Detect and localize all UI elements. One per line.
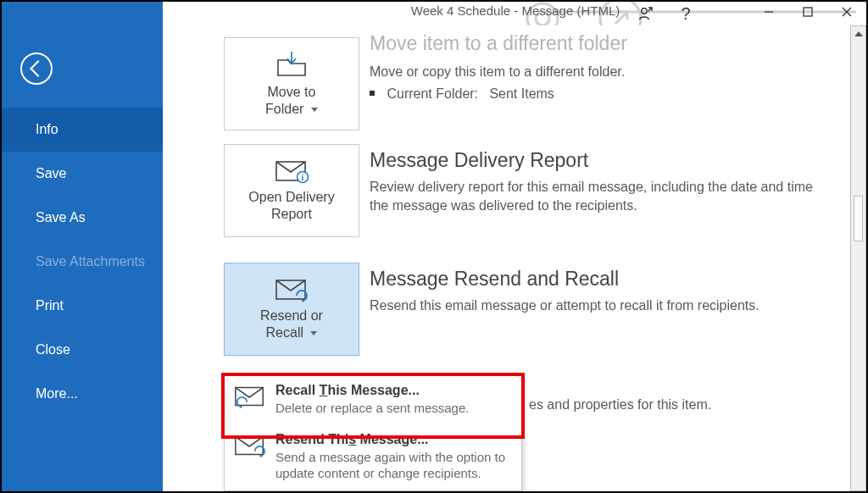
tile-label: Open Delivery Report bbox=[248, 189, 334, 223]
move-title-cut: Move item to a different folder bbox=[370, 32, 627, 55]
sidebar-label: Save As bbox=[36, 210, 86, 225]
tile-label: Move to Folder bbox=[265, 84, 318, 118]
sidebar-label: More... bbox=[36, 386, 78, 402]
sidebar-label: Save Attachments bbox=[36, 254, 145, 269]
sidebar-label: Save bbox=[36, 166, 66, 181]
user-icon[interactable] bbox=[626, 2, 665, 25]
svg-text:i: i bbox=[302, 173, 304, 182]
sidebar-label: Print bbox=[36, 298, 64, 313]
delivery-desc: Review delivery report for this email me… bbox=[370, 178, 827, 214]
back-button[interactable] bbox=[20, 53, 53, 85]
resend-or-recall-button[interactable]: Resend or Recall bbox=[224, 263, 359, 356]
resend-desc: Resend this email message or attempt to … bbox=[370, 296, 844, 315]
sidebar-item-print[interactable]: Print bbox=[0, 284, 163, 328]
close-button[interactable] bbox=[827, 0, 866, 24]
chevron-down-icon bbox=[310, 331, 317, 335]
properties-desc-partial: es and properties for this item. bbox=[529, 396, 711, 414]
sidebar-label: Close bbox=[36, 342, 70, 357]
move-current-folder: Current Folder: Sent Items bbox=[370, 85, 554, 103]
resend-title: Message Resend and Recall bbox=[370, 268, 619, 291]
menu-recall-this-message[interactable]: Recall This Message... Delete or replace… bbox=[225, 376, 521, 425]
menu-desc: Send a message again with the option to … bbox=[275, 449, 513, 482]
sidebar-item-saveas[interactable]: Save As bbox=[0, 196, 163, 240]
move-desc: Move or copy this item to a different fo… bbox=[370, 63, 625, 81]
chevron-down-icon bbox=[311, 108, 318, 112]
sidebar-item-info[interactable]: Info bbox=[0, 108, 163, 152]
window-title: Week 4 Schedule - Message (HTML) bbox=[411, 3, 620, 18]
vertical-scrollbar[interactable] bbox=[850, 25, 866, 491]
open-delivery-report-button[interactable]: i Open Delivery Report bbox=[224, 144, 359, 237]
svg-point-5 bbox=[642, 8, 647, 14]
minimize-button[interactable] bbox=[749, 0, 788, 24]
delivery-title: Message Delivery Report bbox=[370, 149, 588, 172]
sidebar-item-more[interactable]: More... bbox=[0, 372, 163, 416]
info-pane: Move to Folder Move item to a different … bbox=[163, 25, 868, 493]
menu-desc: Delete or replace a sent message. bbox=[275, 400, 513, 417]
envelope-recall-icon bbox=[233, 383, 267, 410]
svg-rect-7 bbox=[804, 8, 812, 16]
envelope-refresh-icon bbox=[274, 277, 309, 302]
scroll-thumb[interactable] bbox=[854, 196, 863, 241]
sidebar-item-close[interactable]: Close bbox=[0, 328, 163, 372]
sidebar-item-saveattach: Save Attachments bbox=[0, 240, 163, 284]
move-to-folder-button[interactable]: Move to Folder bbox=[224, 37, 359, 130]
sidebar-item-save[interactable]: Save bbox=[0, 152, 163, 196]
tile-label: Resend or Recall bbox=[260, 307, 323, 341]
menu-title: Recall This Message... bbox=[275, 383, 513, 398]
current-folder-value: Sent Items bbox=[489, 86, 554, 101]
bullet-icon bbox=[370, 91, 375, 96]
folder-in-icon bbox=[275, 50, 309, 79]
envelope-resend-icon bbox=[233, 432, 267, 459]
scroll-up-arrow[interactable] bbox=[851, 26, 865, 42]
current-folder-label: Current Folder: bbox=[387, 86, 478, 101]
sidebar-label: Info bbox=[36, 122, 58, 137]
menu-resend-this-message[interactable]: Resend This Message... Send a message ag… bbox=[225, 425, 521, 490]
help-icon[interactable]: ? bbox=[666, 2, 705, 25]
menu-title: Resend This Message... bbox=[275, 432, 513, 447]
titlebar: Week 4 Schedule - Message (HTML) ? bbox=[163, 0, 868, 25]
backstage-sidebar: Info Save Save As Save Attachments Print… bbox=[0, 0, 163, 493]
envelope-info-icon: i bbox=[274, 158, 309, 184]
maximize-button[interactable] bbox=[788, 0, 827, 24]
resend-recall-dropdown: Recall This Message... Delete or replace… bbox=[224, 375, 522, 491]
